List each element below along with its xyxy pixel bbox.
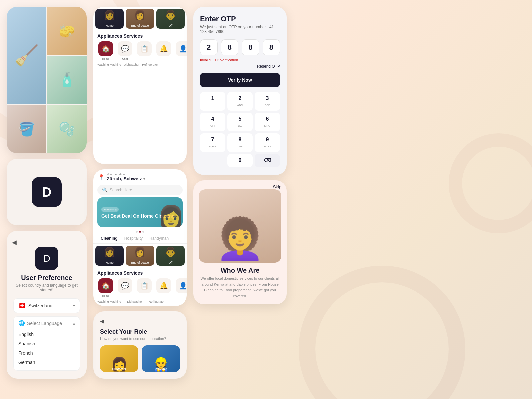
location-main: Zürich, Schweiz ▾ (107, 176, 145, 181)
otp-card: Enter OTP We just sent an OTP on your nu… (193, 7, 287, 175)
washing-machine-b-label: Washing Machine (97, 300, 121, 303)
numpad-3[interactable]: 3DEF (255, 92, 280, 111)
banner-person-icon: 👩 (158, 204, 183, 227)
numpad-8[interactable]: 8TUV (227, 133, 253, 152)
verify-button[interactable]: Verify Now (200, 73, 280, 87)
appliance-profile-b[interactable]: 👤 (175, 278, 187, 294)
role-back-arrow[interactable]: ◀ (100, 318, 180, 324)
appliance-notif-b-icon: 🔔 (156, 278, 171, 293)
cat-tab-hospitality[interactable]: Hospitality (121, 234, 146, 243)
language-dropdown[interactable]: 🌐 Select Language ▴ English Spanish Fren… (13, 316, 80, 371)
appliance-profile-icon: 👤 (176, 41, 187, 56)
service-tab-off-b[interactable]: 👨 Off (156, 246, 185, 266)
photo-cell-5: 🫧 (47, 105, 87, 153)
service-tab-eol[interactable]: 👩 End of Lease (126, 9, 154, 29)
appliance-home-b[interactable]: 🏠 Home (97, 278, 114, 297)
role-option-customer[interactable]: 👩 Customer (100, 345, 138, 372)
appliance-home[interactable]: 🏠 Home (97, 41, 114, 60)
app-icon: D (32, 177, 62, 207)
lang-placeholder: Select Language (27, 321, 73, 326)
appliance-home-b-label: Home (102, 294, 109, 297)
numpad-delete[interactable]: ⌫ (255, 154, 280, 167)
role-card: ◀ Select Your Role How do you want to us… (93, 311, 187, 379)
lang-option-spanish[interactable]: Spanish (18, 339, 75, 348)
wwa-image: 👩‍🦱 (199, 189, 281, 263)
appliance-chat-b[interactable]: 💬 (117, 278, 133, 294)
appliances-title-b: Appliances Services (93, 268, 187, 277)
appliance-profile-b-icon: 👤 (176, 278, 187, 293)
role-option-provider[interactable]: 👷 Provider (142, 345, 180, 372)
service-tab-home-b[interactable]: 👩 Home (95, 246, 124, 266)
numpad-6[interactable]: 6MNO (255, 113, 280, 131)
dot-2-active (139, 231, 141, 233)
app-icon-symbol: D (42, 185, 52, 200)
service-tab-eol-b[interactable]: 👩 End of Lease (126, 246, 154, 266)
numpad-4[interactable]: 4GHI (200, 113, 225, 131)
location-caret-icon: ▾ (143, 177, 145, 181)
cat-tab-handyman[interactable]: Handyman (146, 234, 172, 243)
lang-option-french[interactable]: French (18, 348, 75, 358)
photo-grid-card: 🧹 🧽 🧴 🪣 🫧 (7, 7, 87, 153)
appliance-chat[interactable]: 💬 Chat (117, 41, 133, 60)
appliance-notif-icon: 🔔 (156, 41, 171, 56)
col1: 🧹 🧽 🧴 🪣 🫧 D ◀ D (7, 7, 87, 379)
appliance-notif-b[interactable]: 🔔 (155, 278, 172, 294)
numpad-5[interactable]: 5JKL (227, 113, 253, 131)
appliance-home-icon: 🏠 (98, 41, 113, 56)
lang-option-german[interactable]: German (18, 358, 75, 367)
country-select[interactable]: 🇨🇭 Switzerland ▾ (13, 298, 80, 313)
wwa-header: Skip (193, 180, 287, 189)
refrigerator-label: Refrigerator (142, 63, 158, 66)
screens-container: 🧹 🧽 🧴 🪣 🫧 D ◀ D (0, 0, 532, 385)
numpad-0[interactable]: 0 (227, 154, 253, 167)
wwa-person-icon: 👩‍🦱 (215, 216, 265, 263)
resend-otp-link[interactable]: Resend OTP (200, 64, 280, 69)
numpad-1[interactable]: 1 (200, 92, 225, 111)
user-pref-subtitle: Select country and language to get start… (13, 283, 80, 292)
role-options: 👩 Customer 👷 Provider (100, 345, 180, 372)
appliance-booking[interactable]: 📋 (136, 41, 153, 60)
refrigerator-b-label: Refrigerator (149, 300, 165, 303)
appliance-notif[interactable]: 🔔 (155, 41, 172, 60)
appliance-booking-b[interactable]: 📋 (136, 278, 153, 294)
otp-digit-3[interactable]: 8 (242, 39, 259, 55)
otp-digit-1[interactable]: 2 (200, 39, 218, 55)
lang-option-english[interactable]: English (18, 330, 75, 339)
otp-digit-2[interactable]: 8 (221, 39, 239, 55)
service-tab-home[interactable]: 👩 Home (95, 9, 124, 29)
numpad-7[interactable]: 7PQRS (200, 133, 225, 152)
dot-1 (136, 231, 138, 233)
user-pref-title: User Preference (13, 274, 80, 282)
eol-cleaner-b-icon: 👩 (134, 246, 146, 257)
back-arrow-icon[interactable]: ◀ (12, 239, 17, 246)
banner-card: Advertising Get Best Deal On Home Cleani… (97, 197, 183, 227)
service-tab-off-b-label: Off (156, 261, 185, 264)
service-tab-eol-b-label: End of Lease (126, 261, 154, 264)
search-placeholder: Search Here... (110, 188, 135, 192)
appliance-chat-label: Chat (122, 57, 128, 60)
otp-inputs: 2 8 8 8 (200, 39, 280, 55)
dishwasher-label: Dishwasher (124, 63, 139, 66)
col2: 👩 Home 👩 End of Lease 👨 Off Appliances S… (93, 7, 187, 379)
wwa-description: We offer local domestic services to our … (193, 276, 287, 299)
otp-digit-4[interactable]: 8 (263, 39, 280, 55)
role-provider-label: Provider (142, 367, 180, 371)
main-app-card-top: 👩 Home 👩 End of Lease 👨 Off Appliances S… (93, 7, 187, 164)
wwa-title: Who We Are (193, 263, 287, 276)
app-icon-card: D (7, 159, 87, 225)
eol-cleaner-icon: 👩 (134, 9, 146, 20)
search-bar[interactable]: 🔍 Search Here... (97, 185, 183, 195)
user-pref-app-icon: D (43, 253, 50, 264)
appliance-profile[interactable]: 👤 (175, 41, 187, 60)
user-pref-icon: D (35, 247, 58, 270)
service-tab-off[interactable]: 👨 Off (156, 9, 185, 29)
numpad-empty (200, 154, 225, 167)
dot-3 (142, 231, 144, 233)
numpad-2[interactable]: 2ABC (227, 92, 253, 111)
appliance-home-b-icon: 🏠 (98, 278, 113, 293)
photo-cell-1: 🧹 (7, 7, 46, 104)
numpad-9[interactable]: 9WXYZ (255, 133, 280, 152)
otp-title: Enter OTP (200, 15, 280, 23)
cat-tab-cleaning[interactable]: Cleaning (97, 234, 121, 243)
skip-button[interactable]: Skip (273, 184, 281, 189)
